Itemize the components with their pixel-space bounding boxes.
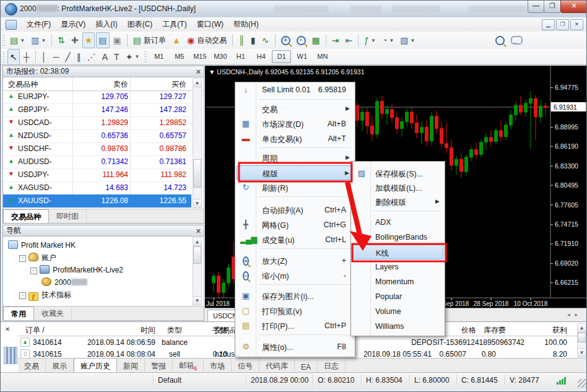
menu-item-周期[interactable]: 周期▶ (237, 150, 354, 165)
mdi-close-button[interactable]: ✕ (570, 19, 583, 30)
new-order-button[interactable]: ▤新订单 (131, 32, 168, 48)
terminal-tab-EA[interactable]: EA (295, 360, 318, 373)
mdi-minimize-button[interactable]: ▁ (542, 19, 555, 30)
market-watch-tab-交易品种[interactable]: 交易品种 (3, 209, 49, 223)
menu-item-Sell-Limit-0-01[interactable]: ↓Sell Limit 0.016.95819 (237, 82, 354, 97)
timeframe-H1[interactable]: H1 (231, 50, 250, 63)
label-tool[interactable]: T (111, 49, 122, 65)
toolbar-gripper[interactable] (2, 51, 5, 63)
menu-item-属性-o-[interactable]: ⚙属性(o)...F8 (237, 339, 354, 354)
terminal-tab-市场[interactable]: 市场 (204, 359, 232, 373)
menu-item-刷新-R-[interactable]: ↻刷新(R) (237, 180, 354, 195)
toolbar-gripper[interactable] (144, 51, 147, 63)
trendline-tool[interactable]: ╱ (63, 49, 72, 65)
search-button[interactable] (493, 32, 507, 48)
restore-button[interactable]: ❐ (544, 1, 561, 13)
dropdown-arrow-icon[interactable]: ▼ (134, 54, 139, 59)
menu-item-Volume[interactable]: Volume (352, 304, 443, 319)
menu-item-模版[interactable]: 模版▶ (237, 165, 354, 180)
line-chart-button[interactable]: ∿ (259, 32, 272, 48)
profiles-button[interactable]: ▥▼ (28, 32, 48, 48)
quote-row-nzdusd-[interactable]: ▲NZDUSD-0.657360.65757 (3, 129, 191, 143)
navigator-tab-常用[interactable]: 常用 (3, 307, 34, 320)
resize-grip[interactable] (578, 379, 586, 388)
timeframe-M1[interactable]: M1 (149, 50, 168, 63)
menu-item-BollingerBands[interactable]: BollingerBands (352, 230, 443, 245)
navigator-scrollbar[interactable]: ▲ ▼ (193, 237, 202, 305)
menu-item-打印预览-v-[interactable]: ▢打印预览(v) (237, 303, 354, 318)
tree-node-func[interactable]: -f技术指标 (19, 290, 71, 301)
chart-shift-button[interactable]: ✚ (69, 32, 81, 48)
cursor-tool[interactable]: ↖ (7, 49, 20, 65)
new-chart-button[interactable]: ▤▼ (7, 32, 27, 48)
terminal-tab-警报[interactable]: 警报 (145, 359, 173, 373)
quote-row-gbpjpy-[interactable]: ▲GBPJPY-147.246147.282 (3, 103, 191, 117)
collapse-icon[interactable]: - (19, 255, 26, 262)
channel-tool[interactable]: ∥ (74, 49, 84, 65)
terminal-tab-展示[interactable]: 展示 (46, 359, 74, 373)
terminal-tab-信号[interactable]: 信号 (232, 359, 259, 373)
dropdown-arrow-icon[interactable]: ▼ (20, 38, 25, 43)
timeframe-D1[interactable]: D1 (272, 50, 291, 63)
market-watch-scrollbar[interactable]: ▲ ▼ (193, 78, 202, 208)
menu-item-加载模版-L-[interactable]: 加载模版(L)... (352, 180, 443, 195)
zoom-out-button[interactable]: − (294, 32, 308, 48)
indicators-list-button[interactable]: ★ (82, 32, 95, 48)
menu-文件(F)[interactable]: 文件(F) (22, 18, 56, 30)
bar-chart-button[interactable]: ║ (236, 32, 247, 48)
close-button[interactable]: ✕ (560, 1, 587, 13)
chart-tab-scroll-arrows[interactable]: ◂▸ (567, 311, 583, 318)
quote-row-xagusd-[interactable]: ▲XAGUSD-14.68314.723 (3, 181, 191, 195)
templates-button[interactable]: ▧▼ (398, 32, 417, 48)
terminal-tab-交易[interactable]: 交易 (18, 359, 46, 373)
crosshair-tool[interactable]: ┼ (21, 49, 32, 65)
text-tool[interactable]: A (100, 49, 110, 65)
menu-item-自动排列-A-[interactable]: 自动排列(A)Ctrl+A (237, 203, 354, 217)
mdi-restore-button[interactable]: ❐ (556, 19, 569, 30)
terminal-tab-日志[interactable]: 日志 (318, 359, 346, 373)
dropdown-arrow-icon[interactable]: ▼ (411, 38, 415, 43)
timeframe-W1[interactable]: W1 (292, 50, 311, 63)
expert-hat-icon[interactable]: ▲ (170, 32, 183, 48)
menu-插入(I)[interactable]: 插入(I) (90, 18, 122, 30)
quote-row-audusd-[interactable]: ▲AUDUSD-0.713420.71361 (3, 155, 191, 169)
menu-item-交易[interactable]: 交易▶ (237, 102, 354, 116)
data-window-button[interactable]: ▤ (96, 32, 109, 48)
timeframe-H4[interactable]: H4 (251, 50, 271, 63)
terminal-tab-代码库[interactable]: 代码库 (259, 359, 295, 373)
tile-windows-button[interactable]: ▦ (310, 32, 323, 48)
menu-item-单击交易-k-[interactable]: ▬单击交易(k)Alt+T (237, 131, 354, 146)
tree-node-user[interactable]: 2000 (41, 277, 87, 289)
candle-chart-button[interactable]: ▮ (248, 32, 258, 48)
quote-row-eurjpy-[interactable]: ▲EURJPY-129.705129.727 (3, 90, 191, 104)
menu-item-Williams[interactable]: Williams (352, 319, 443, 334)
tree-node-people[interactable]: -账户 (19, 253, 56, 264)
quote-row-usdjpy-[interactable]: ▼USDJPY-111.964111.982 (3, 168, 191, 182)
minimize-button[interactable]: — (528, 1, 544, 13)
scroll-to-end-button[interactable]: ⇥ (329, 32, 342, 48)
menu-item-成交量-u-[interactable]: ▂▄▆成交量(u)Ctrl+L (237, 232, 354, 247)
menu-item-保存为图片-i-[interactable]: ▣保存为图片(i)... (237, 289, 354, 303)
terminal-scrollbar[interactable]: ▲ ▼ (577, 323, 586, 357)
fibonacci-tool[interactable]: ⋰ (85, 49, 98, 65)
quote-row-xauusd-[interactable]: ▲XAUUSD-1226.081226.55 (3, 194, 191, 208)
vline-tool[interactable]: │ (39, 49, 50, 65)
menu-item-K线[interactable]: K线 (352, 245, 443, 259)
chat-button[interactable] (508, 32, 525, 48)
zoom-in-button[interactable]: + (279, 32, 293, 48)
navigator-close-icon[interactable]: ✕ (196, 226, 201, 236)
terminal-tab-新闻[interactable]: 新闻 (117, 359, 145, 373)
quote-row-usdcad-[interactable]: ▼USDCAD-1.298291.29852 (3, 116, 191, 130)
dropdown-arrow-icon[interactable]: ▼ (389, 38, 394, 43)
menu-item-ADX[interactable]: ADX (352, 215, 443, 230)
menu-工具(T)[interactable]: 工具(T) (157, 18, 191, 30)
collapse-icon[interactable]: - (30, 268, 37, 274)
zoom-box-button[interactable]: ▣ (111, 32, 124, 48)
navigator-tab-收藏夹[interactable]: 收藏夹 (34, 307, 72, 320)
timeframe-M30[interactable]: M30 (211, 50, 230, 63)
menu-窗口(W)[interactable]: 窗口(W) (192, 18, 228, 30)
market-watch-close-icon[interactable]: ✕ (196, 67, 201, 77)
dropdown-arrow-icon[interactable]: ▼ (41, 38, 46, 43)
timeframe-M5[interactable]: M5 (170, 50, 189, 63)
quote-row-usdchf-[interactable]: ▼USDCHF-0.987630.98786 (3, 142, 191, 156)
